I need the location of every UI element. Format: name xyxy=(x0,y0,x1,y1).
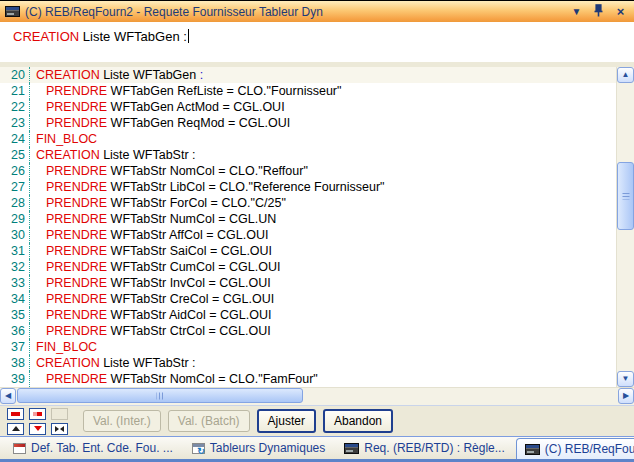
tab-reb-reqfourn2-active[interactable]: (C) REB/ReqFourn2 - Re... xyxy=(516,438,634,459)
code-line: 33PRENDRE WFTabStr InvCol = CGL.OUI xyxy=(0,275,616,291)
code-line: 34PRENDRE WFTabStr CreCol = CGL.OUI xyxy=(0,291,616,307)
line-number: 35 xyxy=(0,307,30,323)
line-number: 27 xyxy=(0,179,30,195)
thumb-grip xyxy=(622,193,629,200)
code-line: 30PRENDRE WFTabStr AffCol = CGL.OUI xyxy=(0,227,616,243)
line-text: PRENDRE WFTabStr LibCol = CLO."Reference… xyxy=(30,179,385,195)
title-bar: (C) REB/ReqFourn2 - Requete Fournisseur … xyxy=(0,1,634,22)
console-window-icon xyxy=(525,444,540,455)
line-number: 29 xyxy=(0,211,30,227)
ajuster-button[interactable]: Ajuster xyxy=(257,409,316,433)
line-text: PRENDRE WFTabStr NomCol = CLO."FamFour" xyxy=(30,371,318,387)
code-area[interactable]: 20CREATION Liste WFTabGen :21PRENDRE WFT… xyxy=(0,67,616,387)
red-bar-split-icon[interactable] xyxy=(29,408,46,420)
code-line: 27PRENDRE WFTabStr LibCol = CLO."Referen… xyxy=(0,179,616,195)
line-number: 25 xyxy=(0,147,30,163)
code-line: 38CREATION Liste WFTabStr : xyxy=(0,355,616,371)
action-bar: Val. (Inter.) Val. (Batch) Ajuster Aband… xyxy=(0,405,634,436)
line-text: PRENDRE WFTabGen RefListe = CLO."Fournis… xyxy=(30,83,341,99)
line-text: FIN_BLOC xyxy=(30,339,97,355)
command-text: Liste WFTabGen : xyxy=(79,29,187,44)
refresh-window-icon xyxy=(192,443,205,454)
scroll-down-arrow-icon[interactable]: ▼ xyxy=(617,371,634,387)
red-bar-icon[interactable] xyxy=(7,408,24,420)
line-number: 24 xyxy=(0,131,30,147)
vertical-scroll-thumb[interactable] xyxy=(617,162,634,230)
line-number: 32 xyxy=(0,259,30,275)
tab-def-tab-ent-cde-fou[interactable]: Def. Tab. Ent. Cde. Fou. ... xyxy=(5,437,181,459)
horizontal-scroll-thumb[interactable] xyxy=(17,388,303,403)
code-line: 37FIN_BLOC xyxy=(0,339,616,355)
pin-icon[interactable] xyxy=(590,4,607,19)
vertical-scrollbar[interactable]: ▲ ▼ xyxy=(616,67,634,387)
task-tab-bar: Def. Tab. Ent. Cde. Fou. ... Tableurs Dy… xyxy=(0,436,634,462)
line-text: PRENDRE WFTabStr AffCol = CGL.OUI xyxy=(30,227,268,243)
line-number: 28 xyxy=(0,195,30,211)
app-window: (C) REB/ReqFourn2 - Requete Fournisseur … xyxy=(0,0,634,462)
code-line: 26PRENDRE WFTabStr NomCol = CLO."Reffour… xyxy=(0,163,616,179)
nav-icon-grid xyxy=(7,408,68,435)
line-text: PRENDRE WFTabStr CtrCol = CGL.OUI xyxy=(30,323,271,339)
code-line: 28PRENDRE WFTabStr ForCol = CLO."C/25" xyxy=(0,195,616,211)
code-line: 24FIN_BLOC xyxy=(0,131,616,147)
line-number: 38 xyxy=(0,355,30,371)
line-number: 20 xyxy=(0,67,30,83)
line-number: 26 xyxy=(0,163,30,179)
line-text: PRENDRE WFTabStr CreCol = CGL.OUI xyxy=(30,291,274,307)
horizontal-scroll-track[interactable] xyxy=(16,388,618,405)
line-number: 22 xyxy=(0,99,30,115)
line-text: PRENDRE WFTabStr NumCol = CGL.UN xyxy=(30,211,276,227)
line-text: PRENDRE WFTabGen ActMod = CGL.OUI xyxy=(30,99,285,115)
tab-tableurs-dynamiques[interactable]: Tableurs Dynamiques xyxy=(184,437,333,459)
text-cursor xyxy=(188,29,189,43)
code-line: 35PRENDRE WFTabStr AidCol = CGL.OUI xyxy=(0,307,616,323)
blank-disabled-icon xyxy=(51,408,68,420)
tab-label: Tableurs Dynamiques xyxy=(210,441,325,455)
horizontal-scrollbar[interactable]: ◀ ▶ xyxy=(0,387,634,405)
line-number: 33 xyxy=(0,275,30,291)
code-line: 21PRENDRE WFTabGen RefListe = CLO."Fourn… xyxy=(0,83,616,99)
val-batch-button: Val. (Batch) xyxy=(168,410,250,432)
black-up-triangle-icon[interactable] xyxy=(7,423,24,435)
line-number: 30 xyxy=(0,227,30,243)
line-text: PRENDRE WFTabStr CumCol = CGL.OUI xyxy=(30,259,280,275)
tab-label: Req. (REB/RTD) : Règle... xyxy=(364,441,504,455)
scroll-up-arrow-icon[interactable]: ▲ xyxy=(617,67,634,83)
code-line: 32PRENDRE WFTabStr CumCol = CGL.OUI xyxy=(0,259,616,275)
line-text: CREATION Liste WFTabStr : xyxy=(30,355,196,371)
vertical-scroll-track[interactable] xyxy=(617,83,634,371)
abandon-button[interactable]: Abandon xyxy=(323,409,393,433)
line-text: PRENDRE WFTabStr InvCol = CGL.OUI xyxy=(30,275,271,291)
red-window-icon xyxy=(13,443,26,454)
command-keyword: CREATION xyxy=(13,29,79,44)
line-text: CREATION Liste WFTabStr : xyxy=(30,147,196,163)
scroll-right-arrow-icon[interactable]: ▶ xyxy=(618,388,634,404)
code-line: 29PRENDRE WFTabStr NumCol = CGL.UN xyxy=(0,211,616,227)
code-line: 25CREATION Liste WFTabStr : xyxy=(0,147,616,163)
line-number: 21 xyxy=(0,83,30,99)
thumb-grip xyxy=(157,392,164,399)
red-down-triangle-icon[interactable] xyxy=(29,423,46,435)
line-text: PRENDRE WFTabStr ForCol = CLO."C/25" xyxy=(30,195,286,211)
window-title: (C) REB/ReqFourn2 - Requete Fournisseur … xyxy=(25,5,563,19)
console-window-icon xyxy=(5,6,20,17)
console-window-icon xyxy=(344,443,359,454)
tab-req-reb-rtd[interactable]: Req. (REB/RTD) : Règle... xyxy=(336,437,512,459)
line-text: PRENDRE WFTabStr AidCol = CGL.OUI xyxy=(30,307,271,323)
chevron-down-icon[interactable]: ▼ xyxy=(568,4,585,19)
line-number: 34 xyxy=(0,291,30,307)
line-text: PRENDRE WFTabStr SaiCol = CGL.OUI xyxy=(30,243,272,259)
code-line: 39PRENDRE WFTabStr NomCol = CLO."FamFour… xyxy=(0,371,616,387)
line-number: 36 xyxy=(0,323,30,339)
command-line-input[interactable]: CREATION Liste WFTabGen : xyxy=(0,22,634,62)
close-icon[interactable]: × xyxy=(612,4,629,19)
line-text: FIN_BLOC xyxy=(30,131,97,147)
code-line: 20CREATION Liste WFTabGen : xyxy=(0,67,616,83)
code-line: 31PRENDRE WFTabStr SaiCol = CGL.OUI xyxy=(0,243,616,259)
code-editor[interactable]: 20CREATION Liste WFTabGen :21PRENDRE WFT… xyxy=(0,67,634,387)
line-text: CREATION Liste WFTabGen : xyxy=(30,67,203,83)
scroll-left-arrow-icon[interactable]: ◀ xyxy=(0,388,16,404)
line-number: 23 xyxy=(0,115,30,131)
triangles-inward-icon[interactable] xyxy=(51,423,68,435)
code-line: 23PRENDRE WFTabGen ReqMod = CGL.OUI xyxy=(0,115,616,131)
